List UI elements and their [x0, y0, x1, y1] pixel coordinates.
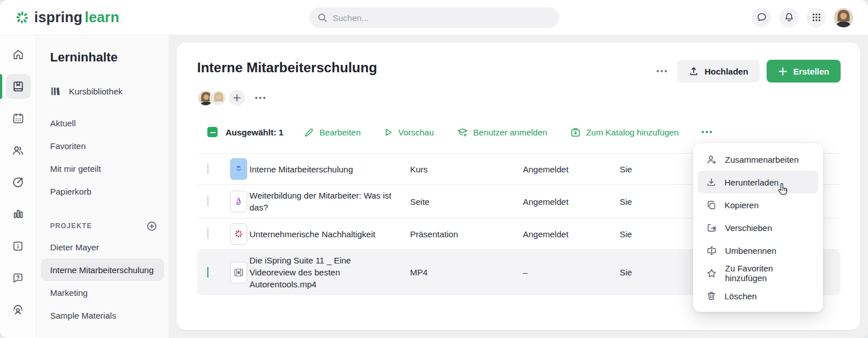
copy-icon [706, 200, 716, 210]
members-more-icon[interactable] [252, 93, 269, 102]
preview-action[interactable]: Vorschau [383, 127, 434, 137]
logo-burst-icon [15, 10, 30, 25]
sidebar-project-sample-materials[interactable]: Sample Materials [36, 304, 169, 327]
sidebar-item-favoriten[interactable]: Favoriten [36, 134, 169, 157]
search-input[interactable] [333, 13, 551, 23]
row-type: Präsentation [410, 229, 523, 239]
member-avatar[interactable] [210, 89, 227, 106]
collaborate-icon [706, 154, 717, 165]
projects-section-header: PROJEKTE [36, 216, 169, 236]
sidebar-title: Lerninhalte [36, 50, 169, 65]
selected-count: Ausgewählt: 1 [226, 127, 284, 137]
row-checkbox[interactable] [207, 228, 208, 239]
active-indicator [0, 74, 2, 99]
video-file-icon [230, 262, 247, 283]
row-title: Unternehmerische Nachhaltigkeit [249, 228, 410, 240]
rail-item-help[interactable] [6, 265, 31, 290]
user-avatar[interactable] [834, 8, 853, 27]
rail-item-support[interactable] [6, 297, 31, 322]
row-status: Angemeldet [523, 197, 620, 207]
support-headset-icon [11, 303, 24, 316]
topbar: ispringlearn [0, 0, 868, 35]
bar-chart-icon [12, 208, 24, 220]
project-members [197, 89, 841, 106]
pencil-icon [304, 127, 314, 137]
menu-item-loeschen[interactable]: Löschen [698, 285, 818, 307]
presentation-file-icon [230, 223, 247, 245]
sidebar: Lerninhalte Kursbibliothek Aktuell Favor… [36, 35, 169, 338]
messages-button[interactable] [752, 8, 771, 27]
rail-item-calendar[interactable] [6, 106, 31, 131]
ispring-learn-logo[interactable]: ispringlearn [15, 9, 120, 26]
sidebar-item-mit-mir-geteilt[interactable]: Mit mir geteilt [36, 157, 169, 180]
menu-item-zusammenarbeiten[interactable]: Zusammenarbeiten [698, 148, 818, 171]
rail-item-learning-content[interactable] [6, 74, 31, 99]
menu-item-herunterladen[interactable]: Herunterladen [698, 171, 818, 193]
header-actions: Hochladen Erstellen [653, 60, 841, 83]
row-title: Interne Mitarbeiterschulung [249, 163, 410, 175]
add-to-catalog-action[interactable]: Zum Katalog hinzufügen [570, 127, 679, 138]
app-window: ispringlearn [0, 0, 868, 338]
context-menu: Zusammenarbeiten Herunterladen Kopieren [693, 143, 823, 312]
sidebar-item-aktuell[interactable]: Aktuell [36, 112, 169, 134]
row-type: Kurs [410, 164, 523, 174]
page-file-icon: A [230, 191, 247, 212]
rail-item-home[interactable] [6, 42, 31, 67]
sidebar-item-papierkorb[interactable]: Papierkorb [36, 180, 169, 203]
row-checkbox[interactable] [207, 196, 208, 207]
notifications-button[interactable] [779, 8, 799, 27]
add-project-button[interactable] [146, 221, 157, 232]
more-options-icon[interactable] [653, 67, 670, 76]
menu-item-umbenennen[interactable]: Umbenennen [698, 239, 818, 262]
target-icon [11, 176, 24, 189]
help-bubble-icon [12, 272, 24, 284]
row-checkbox[interactable] [207, 267, 208, 278]
search-bar[interactable] [309, 7, 559, 28]
rail-item-users[interactable] [6, 138, 31, 163]
row-title: Die iSpring Suite 11 _ Eine Videoreview … [249, 254, 410, 290]
users-icon [11, 144, 24, 157]
sidebar-project-dieter-mayer[interactable]: Dieter Mayer [36, 236, 169, 258]
rename-icon [706, 245, 717, 256]
add-member-button[interactable] [229, 90, 245, 106]
info-board-icon [12, 240, 24, 252]
menu-item-zu-favoriten[interactable]: Zu Favoriten hinzufügen [698, 262, 818, 285]
sidebar-project-interne-mitarbeiterschulung[interactable]: Interne Mitarbeiterschulung [41, 258, 164, 281]
row-status: – [523, 267, 620, 277]
home-icon [12, 48, 24, 61]
trash-icon [706, 291, 716, 301]
row-type: MP4 [410, 267, 523, 277]
toolbar-more-icon[interactable] [702, 131, 712, 133]
selection-toolbar: Ausgewählt: 1 Bearbeiten Vor [197, 122, 841, 142]
upload-button[interactable]: Hochladen [677, 60, 760, 83]
library-icon [50, 86, 61, 97]
apps-grid-button[interactable] [806, 8, 826, 27]
projects-label: PROJEKTE [50, 222, 92, 230]
download-icon [706, 177, 716, 187]
logo-text: ispringlearn [34, 9, 120, 26]
enroll-users-action[interactable]: Benutzer anmelden [457, 126, 547, 138]
sidebar-project-marketing[interactable]: Marketing [36, 281, 169, 304]
edit-action[interactable]: Bearbeiten [304, 127, 361, 137]
course-file-icon [230, 158, 247, 180]
toolbar-actions: Bearbeiten Vorschau [304, 126, 679, 138]
icon-rail [0, 35, 36, 338]
row-type: Seite [410, 197, 523, 207]
menu-item-verschieben[interactable]: Verschieben [698, 216, 818, 239]
rail-item-goals[interactable] [6, 170, 31, 195]
rail-item-reports[interactable] [6, 201, 31, 226]
svg-text:A: A [236, 196, 241, 203]
sidebar-item-label: Kursbibliothek [69, 86, 122, 96]
search-icon [317, 13, 327, 23]
sidebar-item-kursbibliothek[interactable]: Kursbibliothek [36, 81, 169, 101]
select-all-checkbox[interactable] [207, 127, 218, 137]
rail-item-news[interactable] [6, 233, 31, 258]
calendar-icon [12, 112, 24, 125]
row-status: Angemeldet [523, 164, 620, 174]
create-button[interactable]: Erstellen [767, 60, 841, 83]
menu-item-kopieren[interactable]: Kopieren [698, 193, 818, 216]
card-header: Interne Mitarbeiterschulung Hochladen [197, 60, 841, 83]
catalog-icon [570, 127, 581, 138]
row-checkbox[interactable] [207, 163, 208, 174]
play-icon [383, 127, 393, 137]
